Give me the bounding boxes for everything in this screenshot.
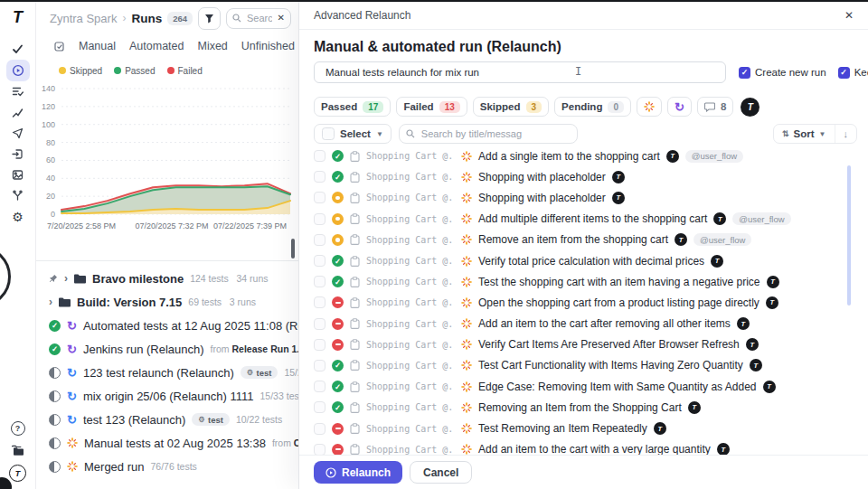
assignee-avatar[interactable]: T xyxy=(741,98,760,117)
test-checkbox[interactable] xyxy=(314,339,326,351)
filter-chip-failed[interactable]: Failed13 xyxy=(396,97,467,117)
app-logo[interactable]: T xyxy=(13,8,23,28)
close-icon[interactable]: ✕ xyxy=(844,9,854,22)
test-checkbox[interactable] xyxy=(314,296,326,308)
run-title[interactable]: Bravo milestone xyxy=(92,272,184,286)
test-row[interactable]: Shopping Cart @... Add an item to the ca… xyxy=(314,314,857,334)
test-title[interactable]: Add an item to the cart with a very larg… xyxy=(478,443,711,455)
tab-mixed[interactable]: Mixed xyxy=(197,40,227,52)
select-dropdown[interactable]: Select ▼ xyxy=(314,124,392,144)
relaunch-type-chip[interactable]: ↻ xyxy=(667,97,692,117)
test-row[interactable]: Shopping Cart @... Add multiple differen… xyxy=(314,209,857,230)
test-title[interactable]: Remove an item from the shopping cart xyxy=(478,233,668,246)
test-checkbox[interactable] xyxy=(314,360,326,371)
chevron-right-icon[interactable]: › xyxy=(49,296,52,308)
filter-chip-passed[interactable]: Passed17 xyxy=(314,97,391,117)
sort-direction-button[interactable]: ↓ xyxy=(835,128,857,139)
test-tag-badge[interactable]: @user_flow xyxy=(732,212,790,225)
run-title[interactable]: Merged run xyxy=(84,460,144,474)
test-checkbox[interactable] xyxy=(314,150,326,162)
test-row[interactable]: Shopping Cart @... Edge Case: Removing I… xyxy=(314,376,857,397)
test-title[interactable]: Add multiple different items to the shop… xyxy=(478,212,707,225)
test-title[interactable]: Shopping with placeholder xyxy=(478,171,606,183)
branch-icon[interactable] xyxy=(6,185,30,206)
test-title[interactable]: Verify total price calculation with deci… xyxy=(478,255,704,268)
breadcrumb-page[interactable]: Runs xyxy=(131,12,162,25)
sort-dropdown[interactable]: ⇅ Sort ▼ xyxy=(774,125,835,143)
keep-values-option[interactable]: Keep values ? xyxy=(838,66,868,79)
import-box-icon[interactable] xyxy=(6,144,30,165)
run-title[interactable]: 123 test relaunch (Relaunch) xyxy=(83,366,234,380)
filter-button[interactable] xyxy=(198,7,221,30)
run-list-item[interactable]: ↻ Automated tests at 12 Aug 2025 11:08 (… xyxy=(36,314,298,337)
test-row[interactable]: Shopping Cart @... Test Cart Functionali… xyxy=(314,355,857,376)
test-title[interactable]: Verify Cart Items Are Preserved After Br… xyxy=(478,338,740,351)
steps-icon[interactable] xyxy=(6,102,30,123)
test-title[interactable]: Test Removing an Item Repeatedly xyxy=(478,422,647,435)
test-title[interactable]: Add an item to the cart after removing a… xyxy=(478,317,731,330)
filter-chip-pending[interactable]: Pending0 xyxy=(554,97,631,117)
test-row[interactable]: Shopping Cart @... Test Removing an Item… xyxy=(314,418,857,438)
run-name-input[interactable] xyxy=(324,66,716,79)
run-list-item[interactable]: Merged run 76/76 tests xyxy=(36,455,298,478)
run-list-item[interactable]: › Build: Version 7.15 69 tests 3 runs xyxy=(36,290,298,314)
run-title[interactable]: Jenkins run (Relaunch) xyxy=(83,343,204,356)
panel-search-input[interactable] xyxy=(245,12,274,24)
test-row[interactable]: Shopping Cart @... Remove an item from t… xyxy=(314,230,857,250)
test-row[interactable]: Shopping Cart @... Removing an Item from… xyxy=(314,397,857,418)
test-row[interactable]: Shopping Cart @... Test the shopping car… xyxy=(314,271,857,292)
run-title[interactable]: Manual tests at 02 Aug 2025 13:38 xyxy=(84,437,266,450)
test-row[interactable]: Shopping Cart @... Open the shopping car… xyxy=(314,292,857,313)
help-icon[interactable]: ? xyxy=(6,418,30,438)
test-checkbox[interactable] xyxy=(314,234,326,246)
modal-scrollbar[interactable] xyxy=(847,165,851,306)
test-checkbox[interactable] xyxy=(314,192,326,203)
panel-search[interactable]: ✕ xyxy=(226,8,291,29)
test-checkbox[interactable] xyxy=(314,213,326,225)
test-checkbox[interactable] xyxy=(314,423,326,435)
test-row[interactable]: Shopping Cart @... Verify total price ca… xyxy=(314,250,857,271)
run-title[interactable]: test 123 (Relaunch) xyxy=(83,413,185,427)
comments-chip[interactable]: 8 xyxy=(697,97,733,117)
run-title[interactable]: Build: Version 7.15 xyxy=(77,296,182,309)
manual-type-chip[interactable] xyxy=(637,97,662,117)
test-tag-badge[interactable]: @user_flow xyxy=(685,150,743,163)
breadcrumb-project[interactable]: Zyntra Spark xyxy=(50,12,117,25)
filter-chip-skipped[interactable]: Skipped3 xyxy=(473,97,549,117)
panel-scrollbar[interactable] xyxy=(291,239,295,259)
test-row[interactable]: Shopping Cart @... Verify Cart Items Are… xyxy=(314,334,857,355)
test-row[interactable]: Shopping Cart @... Add a single item to … xyxy=(314,146,857,166)
tests-search[interactable] xyxy=(399,124,578,144)
chevron-right-icon[interactable]: › xyxy=(64,272,68,285)
create-new-run-option[interactable]: Create new run xyxy=(739,67,826,79)
test-checkbox[interactable] xyxy=(314,401,326,413)
projects-folder-icon[interactable] xyxy=(6,440,30,461)
test-row[interactable]: Shopping Cart @... Add an item to the ca… xyxy=(314,439,857,455)
test-title[interactable]: Add a single item to the shopping cart xyxy=(478,150,660,163)
test-title[interactable]: Test the shopping cart with an item havi… xyxy=(478,276,760,288)
cancel-button[interactable]: Cancel xyxy=(410,461,472,484)
test-checkbox[interactable] xyxy=(314,171,326,183)
test-title[interactable]: Test Cart Functionality with Items Havin… xyxy=(478,359,743,371)
test-checkbox[interactable] xyxy=(314,381,326,392)
tab-automated[interactable]: Automated xyxy=(129,40,184,52)
image-icon[interactable] xyxy=(6,165,30,185)
test-checkbox[interactable] xyxy=(314,318,326,330)
run-list-item[interactable]: › Bravo milestone 124 tests 34 runs xyxy=(36,267,298,290)
list-check-icon[interactable] xyxy=(6,81,30,102)
checkbox-checked-icon[interactable] xyxy=(739,67,750,79)
test-title[interactable]: Open the shopping cart from a product li… xyxy=(478,296,760,309)
run-title[interactable]: Automated tests at 12 Aug 2025 11:08 (Re… xyxy=(83,319,298,333)
test-checkbox[interactable] xyxy=(314,276,326,287)
test-title[interactable]: Removing an Item from the Shopping Cart xyxy=(478,401,682,414)
run-list-item[interactable]: ↻ 123 test relaunch (Relaunch) ⚙test 15/… xyxy=(36,361,298,384)
run-title[interactable]: mix origin 25/06 (Relaunch) 1111 xyxy=(83,390,254,403)
test-row[interactable]: Shopping Cart @... Shopping with placeho… xyxy=(314,187,857,208)
tab-unfinished[interactable]: Unfinished xyxy=(241,40,295,52)
paper-plane-icon[interactable] xyxy=(6,123,30,144)
edit-checkbox-icon[interactable] xyxy=(54,41,65,52)
checkbox-empty-icon[interactable] xyxy=(322,127,335,140)
test-checkbox[interactable] xyxy=(314,255,326,267)
run-list-item[interactable]: Manual tests at 02 Aug 2025 13:38 from C… xyxy=(36,431,298,455)
run-list-item[interactable]: ↻ test 123 (Relaunch) ⚙test 10/22 tests xyxy=(36,408,298,431)
